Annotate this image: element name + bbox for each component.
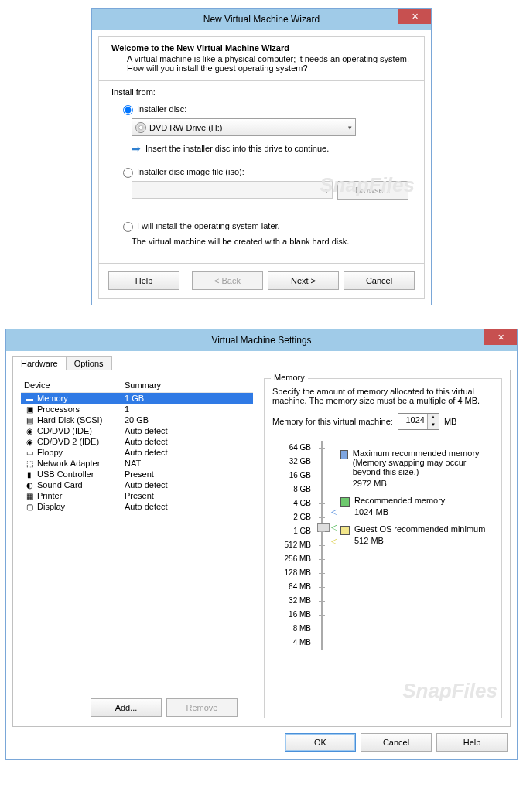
later-note: The virtual machine will be created with… — [132, 237, 412, 246]
radio-later[interactable]: I will install the operating system late… — [119, 220, 412, 232]
legend-square-green — [340, 497, 350, 507]
radio-iso-input[interactable] — [123, 168, 133, 178]
device-icon: ◉ — [24, 426, 35, 435]
help-button[interactable]: Help — [436, 733, 508, 752]
remove-button[interactable]: Remove — [166, 698, 238, 717]
radio-iso[interactable]: Installer disc image file (iso): — [119, 165, 412, 178]
memory-unit: MB — [444, 417, 457, 426]
device-icon: ⬚ — [24, 459, 35, 468]
memory-input-label: Memory for this virtual machine: — [272, 417, 393, 426]
max-memory-note: (Memory swapping may occur beyond this s… — [353, 458, 494, 476]
legend-square-blue — [340, 450, 348, 459]
wizard-title: New Virtual Machine Wizard — [203, 14, 320, 25]
device-row-printer[interactable]: ▦PrinterPresent — [21, 490, 253, 501]
close-button[interactable]: ✕ — [398, 9, 431, 24]
marker-min-icon: ◁ — [331, 537, 337, 545]
disc-hint-text: Insert the installer disc into this driv… — [145, 144, 329, 153]
next-button[interactable]: Next > — [268, 271, 339, 290]
add-button[interactable]: Add... — [91, 698, 162, 717]
device-name: Floppy — [37, 448, 125, 457]
device-icon: ▣ — [24, 404, 35, 414]
device-row-display[interactable]: ▢DisplayAuto detect — [21, 501, 253, 512]
radio-later-label: I will install the operating system late… — [137, 221, 280, 230]
device-list: Device Summary ▬Memory1 GB▣Processors1▤H… — [21, 378, 253, 718]
iso-path-input: ▾ — [132, 181, 333, 199]
wizard-heading: Welcome to the New Virtual Machine Wizar… — [111, 43, 412, 53]
slider-tick-label: 4 GB — [272, 496, 311, 510]
close-button[interactable]: ✕ — [484, 329, 517, 345]
device-summary: 1 GB — [125, 394, 250, 403]
device-row-network-adapter[interactable]: ⬚Network AdapterNAT — [21, 458, 253, 469]
device-name: Hard Disk (SCSI) — [37, 415, 125, 425]
marker-max-icon: ◁ — [331, 507, 337, 516]
max-memory-value: 2972 MB — [353, 479, 494, 488]
device-name: Processors — [37, 404, 125, 414]
memory-value[interactable]: 1024 — [398, 414, 427, 429]
tab-hardware[interactable]: Hardware — [12, 356, 67, 370]
cancel-button[interactable]: Cancel — [344, 271, 415, 290]
memory-legend-box: Maximum recommended memory (Memory swapp… — [334, 441, 494, 650]
device-row-floppy[interactable]: ▭FloppyAuto detect — [21, 447, 253, 458]
slider-tick-label: 512 MB — [272, 538, 311, 552]
column-summary[interactable]: Summary — [125, 380, 250, 390]
device-summary: Auto detect — [125, 480, 250, 490]
device-row-memory[interactable]: ▬Memory1 GB — [21, 393, 253, 404]
cancel-button[interactable]: Cancel — [361, 733, 432, 752]
spin-down-icon[interactable]: ▼ — [428, 421, 439, 429]
rec-memory-value: 1024 MB — [354, 507, 445, 517]
device-icon: ▢ — [24, 502, 35, 511]
close-icon: ✕ — [412, 12, 419, 22]
memory-panel: Memory Specify the amount of memory allo… — [264, 378, 502, 718]
marker-rec-icon: ◁ — [331, 523, 337, 531]
device-row-processors[interactable]: ▣Processors1 — [21, 404, 253, 415]
device-summary: 20 GB — [125, 415, 250, 425]
slider-tick-labels: 64 GB32 GB16 GB8 GB4 GB2 GB1 GB512 MB256… — [272, 441, 311, 650]
install-from-label: Install from: — [111, 87, 412, 97]
slider-tick-label: 64 GB — [272, 441, 311, 455]
device-icon: ▦ — [24, 491, 35, 500]
wizard-description: A virtual machine is like a physical com… — [127, 54, 412, 73]
device-row-usb-controller[interactable]: ▮USB ControllerPresent — [21, 469, 253, 479]
radio-disc-label: Installer disc: — [137, 104, 186, 114]
device-summary: NAT — [125, 459, 250, 468]
slider-tick-label: 16 MB — [272, 608, 311, 622]
device-name: Sound Card — [37, 480, 125, 490]
device-row-cd-dvd-ide-[interactable]: ◉CD/DVD (IDE)Auto detect — [21, 425, 253, 436]
new-vm-wizard-window: New Virtual Machine Wizard ✕ Welcome to … — [91, 8, 432, 305]
radio-disc-input[interactable] — [123, 105, 133, 115]
rec-memory-label: Recommended memory — [354, 496, 445, 505]
slider-tick-label: 32 MB — [272, 594, 311, 608]
slider-tick-label: 2 GB — [272, 510, 311, 524]
chevron-down-icon: ▾ — [325, 186, 329, 194]
help-button[interactable]: Help — [108, 271, 179, 290]
spin-up-icon[interactable]: ▲ — [428, 414, 439, 421]
device-summary: Auto detect — [125, 426, 250, 435]
back-button: < Back — [192, 271, 263, 290]
memory-slider[interactable]: ◁ ◁ ◁ — [316, 441, 330, 650]
device-row-cd-dvd-2-ide-[interactable]: ◉CD/DVD 2 (IDE)Auto detect — [21, 436, 253, 447]
wizard-header: Welcome to the New Virtual Machine Wizar… — [99, 37, 424, 81]
browse-button[interactable]: Browse... — [337, 181, 408, 200]
wizard-titlebar[interactable]: New Virtual Machine Wizard ✕ — [92, 9, 431, 30]
radio-later-input[interactable] — [123, 222, 133, 232]
ok-button[interactable]: OK — [285, 733, 356, 752]
slider-tick-label: 64 MB — [272, 580, 311, 594]
memory-spinbox[interactable]: 1024 ▲ ▼ — [398, 413, 439, 430]
column-device[interactable]: Device — [24, 380, 125, 390]
device-name: USB Controller — [37, 469, 125, 479]
radio-installer-disc[interactable]: Installer disc: — [119, 103, 412, 115]
device-name: CD/DVD 2 (IDE) — [37, 437, 125, 446]
device-icon: ◐ — [24, 480, 35, 490]
tab-options[interactable]: Options — [66, 356, 112, 370]
disc-icon — [135, 122, 146, 133]
device-summary: Auto detect — [125, 448, 250, 457]
disc-drive-dropdown[interactable]: DVD RW Drive (H:) ▾ — [132, 118, 356, 136]
settings-titlebar[interactable]: Virtual Machine Settings ✕ — [6, 329, 517, 351]
legend-square-yellow — [340, 526, 350, 535]
device-row-sound-card[interactable]: ◐Sound CardAuto detect — [21, 479, 253, 490]
device-summary: Present — [125, 491, 250, 500]
device-name: Network Adapter — [37, 459, 125, 468]
radio-iso-label: Installer disc image file (iso): — [137, 167, 244, 176]
device-row-hard-disk-scsi-[interactable]: ▤Hard Disk (SCSI)20 GB — [21, 415, 253, 425]
slider-tick-label: 8 MB — [272, 622, 311, 636]
